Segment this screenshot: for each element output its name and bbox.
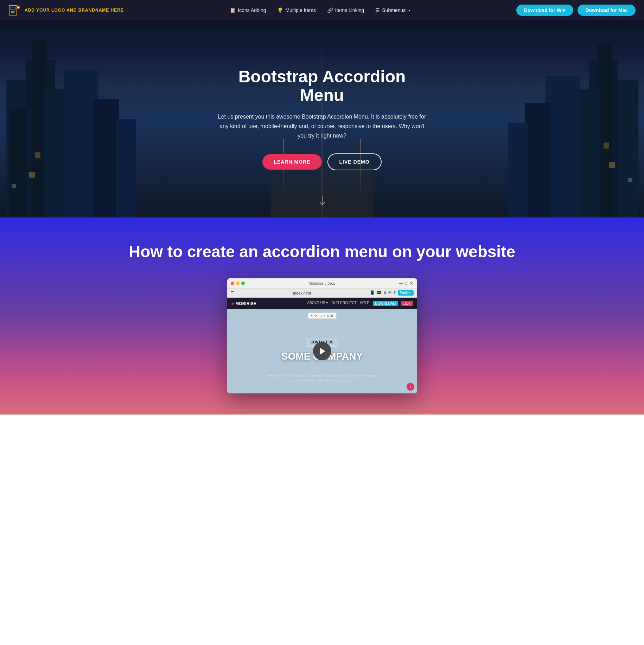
hero-title: Bootstrap Accordion Menu — [217, 68, 428, 105]
section-title: How to create an accordion menu on your … — [7, 242, 637, 261]
navbar-actions: Download for Win Download for Mac — [516, 5, 636, 16]
navbar: ADD YOUR LOGO AND BRANDNAME HERE 📋 Icons… — [0, 0, 644, 20]
mockup-toolbar: ☰ index.html 📱 📟 🖥 👁 ⬆ Publish — [227, 289, 417, 298]
nav-icons-adding[interactable]: 📋 Icons Adding — [230, 7, 266, 13]
mockup-add-button[interactable]: + — [407, 383, 414, 391]
hero-buttons: LEARN MORE LIVE DEMO — [217, 153, 428, 170]
live-demo-button[interactable]: LIVE DEMO — [327, 153, 382, 170]
nav-multiple-items[interactable]: 💡 Multiple Items — [277, 7, 315, 13]
maximize-dot — [241, 282, 245, 285]
toolbar-url: index.html — [236, 291, 368, 295]
nav-icons-adding-label: Icons Adding — [238, 7, 266, 13]
eye-icon: 👁 — [388, 290, 392, 296]
video-mockup: Mobirise 3.05.1 ─ □ ✕ ☰ index.html 📱 📟 🖥… — [227, 278, 417, 393]
minimize-icon: ─ — [399, 280, 403, 286]
blue-section: How to create an accordion menu on your … — [0, 217, 644, 415]
nav-items-linking-label: Items Linking — [335, 7, 364, 13]
learn-more-button[interactable]: LEARN MORE — [262, 154, 321, 170]
play-button[interactable] — [313, 342, 331, 360]
app-nav-links: ABOUT US ▾ OUR PROJECT HELP DOWNLOAD BUY — [307, 301, 413, 306]
mockup-app-topbar: ● MOBIRISE ABOUT US ▾ OUR PROJECT HELP D… — [227, 298, 417, 309]
download-win-button[interactable]: Download for Win — [516, 5, 574, 16]
hero-content: Bootstrap Accordion Menu Let us present … — [210, 68, 435, 170]
brand-label: ADD YOUR LOGO AND BRANDNAME HERE — [25, 8, 124, 13]
nav-submenus[interactable]: ☰ Submenus ▾ — [375, 7, 410, 13]
toolbar-icons: 📱 📟 🖥 👁 ⬆ Publish — [370, 290, 414, 296]
mockup-titlebar: Mobirise 3.05.1 ─ □ ✕ — [227, 278, 417, 289]
restore-icon: □ — [405, 281, 407, 285]
titlebar-controls: ─ □ ✕ — [399, 280, 414, 286]
svg-rect-1 — [11, 7, 15, 10]
hero-subtitle: Let us present you this awesome Bootstra… — [217, 112, 428, 141]
edit-toolbar: ⟲ ⟳ ↑ ↓ ✕ ⊕ ⊞ — [311, 314, 333, 317]
chevron-down-icon: ▾ — [408, 8, 410, 12]
app-nav-buy: BUY — [401, 301, 413, 306]
upload-icon: ⬆ — [393, 290, 396, 296]
hero-section: Bootstrap Accordion Menu Let us present … — [0, 20, 644, 217]
items-linking-icon: 🔗 — [327, 7, 333, 13]
download-mac-button[interactable]: Download for Mac — [578, 5, 636, 16]
brand: ADD YOUR LOGO AND BRANDNAME HERE — [8, 4, 124, 17]
play-triangle-icon — [320, 348, 325, 355]
close-dot — [231, 282, 234, 285]
brand-icon — [8, 4, 21, 17]
nav-submenus-label: Submenus — [382, 7, 406, 13]
publish-button[interactable]: Publish — [398, 290, 414, 296]
svg-rect-0 — [9, 5, 17, 15]
app-nav-project: OUR PROJECT — [331, 301, 357, 306]
nav-items-linking[interactable]: 🔗 Items Linking — [327, 7, 364, 13]
window-close-icon: ✕ — [409, 280, 414, 286]
nav-multiple-items-label: Multiple Items — [285, 7, 315, 13]
app-nav-help: HELP — [360, 301, 369, 306]
submenus-icon: ☰ — [375, 7, 380, 13]
mockup-content-area: ⟲ ⟳ ↑ ↓ ✕ ⊕ ⊞ CONTACT US SOME COMPANY Lo… — [227, 309, 417, 393]
monitor-icon: 🖥 — [383, 290, 387, 296]
titlebar-app-name: Mobirise 3.05.1 — [248, 281, 396, 285]
app-nav-about: ABOUT US ▾ — [307, 301, 328, 306]
scroll-down-arrow[interactable] — [318, 196, 326, 209]
mobile-icon: 📱 — [370, 290, 375, 296]
mockup-lorem-text: Lorem ipsum dolor sit amet, consectetur … — [227, 373, 417, 383]
hamburger-icon: ☰ — [231, 291, 234, 295]
icons-adding-icon: 📋 — [230, 7, 236, 13]
nav-links: 📋 Icons Adding 💡 Multiple Items 🔗 Items … — [230, 7, 410, 13]
video-wrapper: Mobirise 3.05.1 ─ □ ✕ ☰ index.html 📱 📟 🖥… — [7, 278, 637, 393]
app-nav-download: DOWNLOAD — [373, 301, 398, 306]
titlebar-dots — [231, 282, 245, 285]
minimize-dot — [236, 282, 240, 285]
tablet-icon: 📟 — [376, 290, 381, 296]
app-logo: ● MOBIRISE — [231, 301, 256, 306]
mockup-scroll-arrow: ⌄ — [320, 385, 324, 390]
multiple-items-icon: 💡 — [277, 7, 283, 13]
